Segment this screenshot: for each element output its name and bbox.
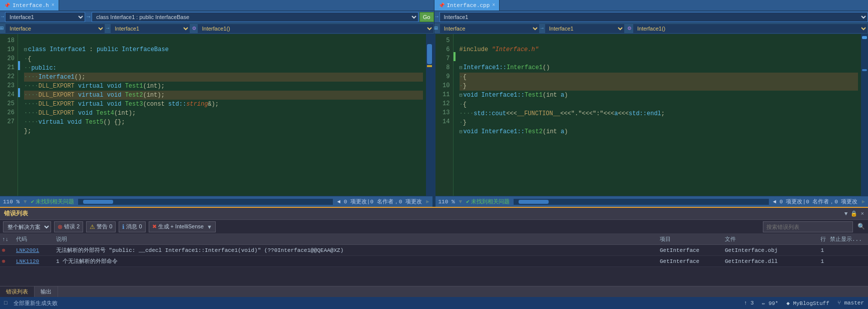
code-line-20: ··public: xyxy=(24,65,57,72)
col-file-header[interactable]: 文件 xyxy=(723,235,803,243)
row1-code[interactable]: LNK2001 xyxy=(14,247,54,253)
table-row[interactable]: ⊗ LNK1120 1 个无法解析的外部命令 GetInterface GetI… xyxy=(0,256,868,267)
method-select-left[interactable]: Interface1() xyxy=(197,24,433,34)
left-code-area[interactable]: 18 19 20 21 22 23 24 25 26 27 ⊟class Int… xyxy=(0,34,433,196)
col-sort-icon[interactable]: ↑↓ xyxy=(0,236,14,242)
right-scrollbar-h-thumb[interactable] xyxy=(519,200,549,204)
error-panel-controls: ▼ 🔒 × xyxy=(844,210,864,217)
class-nav-select-right[interactable]: Interface1 xyxy=(545,24,625,34)
left-scroll-right[interactable]: ► xyxy=(426,199,429,205)
scope-icon-left: ⊞ xyxy=(0,25,4,32)
scope-select-left[interactable]: Interface xyxy=(5,24,105,34)
error-count-btn[interactable]: ⊗ 错误 2 xyxy=(54,221,83,232)
col-code-header[interactable]: 代码 xyxy=(14,235,54,243)
error-icon-2: ⊗ xyxy=(2,258,6,264)
tab-name-right: Interface.cpp xyxy=(447,3,490,9)
panel-close-btn[interactable]: × xyxy=(860,211,864,217)
arrow-icon-left: → xyxy=(1,14,4,20)
left-scrollbar-v[interactable] xyxy=(426,34,433,196)
left-gutter xyxy=(18,34,21,196)
code-line-24: ····DLL_EXPORT virtual void Test3(const … xyxy=(24,101,219,108)
nav-bar: ⊞ Interface → Interface1 ⚙ Interface1() … xyxy=(0,23,868,34)
editors: 18 19 20 21 22 23 24 25 26 27 ⊟class Int… xyxy=(0,34,868,207)
panel-dock-btn[interactable]: 🔒 xyxy=(850,210,857,217)
table-row[interactable]: ⊗ LNK2001 无法解析的外部符号 "public: __cdecl Int… xyxy=(0,245,868,256)
rcode-line-14: ⊟void Interface1::Test2(int a) xyxy=(460,128,568,135)
left-zoom: 110 % xyxy=(3,199,20,205)
tab-name-left: Interface.h xyxy=(13,3,49,9)
left-scrollbar-h[interactable] xyxy=(78,199,333,205)
tab-pin-icon: 📌 xyxy=(4,3,10,9)
toolbar-left: → Interface1 → class Interface1 : public… xyxy=(0,11,435,23)
status-branch[interactable]: ⑂ master xyxy=(837,300,864,306)
right-scrollbar-h[interactable] xyxy=(514,199,769,205)
tab-interface-h[interactable]: 📌 Interface.h × xyxy=(0,0,59,11)
method-select-right[interactable]: Interface1() xyxy=(633,24,868,34)
toolbar: → Interface1 → class Interface1 : public… xyxy=(0,11,868,23)
error-search-input[interactable] xyxy=(763,221,853,232)
class-select-left[interactable]: Interface1 xyxy=(5,12,85,22)
left-changes: ◄ 0 项更改|0 名作者，0 项更改 xyxy=(337,198,421,205)
build-fail-checkbox[interactable]: □ xyxy=(4,300,8,306)
class-nav-select-left[interactable]: Interface1 xyxy=(110,24,190,34)
go-button-left[interactable]: Go xyxy=(419,12,434,22)
breadcrumb-select-left[interactable]: class Interface1 : public InterfaceBase xyxy=(92,12,418,22)
status-diamond: ◆ MyBlogStuff xyxy=(786,300,829,306)
message-count-btn[interactable]: ℹ 消息 0 xyxy=(119,221,145,232)
code-line-18: ⊟class Interface1 : public InterfaceBase xyxy=(24,46,169,53)
error-toolbar: 整个解决方案 ⊗ 错误 2 ⚠ 警告 0 ℹ 消息 0 ✖ 生成 + Intel… xyxy=(0,220,868,234)
left-zoom-dropdown[interactable]: ▼ xyxy=(24,199,27,205)
error-link-1[interactable]: LNK2001 xyxy=(16,247,39,253)
right-zoom-dropdown[interactable]: ▼ xyxy=(459,199,463,205)
search-icon[interactable]: 🔍 xyxy=(857,223,865,230)
col-project-header[interactable]: 项目 xyxy=(658,235,723,243)
right-scroll-right[interactable]: ► xyxy=(861,199,865,205)
left-code-content[interactable]: ⊟class Interface1 : public InterfaceBase… xyxy=(21,34,426,196)
right-code-content[interactable]: #include "Interface.h" ⊟Interface1::Inte… xyxy=(457,34,861,196)
bottom-tabs: 错误列表 输出 xyxy=(0,286,868,297)
build-dropdown-arrow[interactable]: ▼ xyxy=(207,224,212,230)
error-table-header: ↑↓ 代码 说明 项目 文件 行 禁止显示... xyxy=(0,234,868,245)
right-scrollbar-v[interactable] xyxy=(861,34,868,196)
scope-select-right[interactable]: Interface xyxy=(440,24,540,34)
code-line-22: ····DLL_EXPORT virtual void Test1(int); xyxy=(24,83,165,90)
panel-pin-btn[interactable]: ▼ xyxy=(844,211,848,217)
rcode-line-9: ·} xyxy=(460,82,858,91)
row2-line: 1 xyxy=(803,258,828,264)
nav-bar-left: ⊞ Interface → Interface1 ⚙ Interface1() xyxy=(0,23,435,34)
tab-bar-left: 📌 Interface.h × xyxy=(0,0,435,11)
rcode-line-5: #include "Interface.h" xyxy=(460,46,539,53)
left-scrollbar-h-thumb[interactable] xyxy=(83,200,113,204)
row2-file: GetInterface.dll xyxy=(723,258,803,264)
error-scope-select[interactable]: 整个解决方案 xyxy=(3,221,51,232)
error-panel-header: 错误列表 ▼ 🔒 × xyxy=(0,208,868,220)
status-pencil: ✏ 99* xyxy=(762,300,778,306)
right-code-area[interactable]: 5 6 7 8 9 10 11 12 13 14 #include "Inter… xyxy=(436,34,869,196)
error-panel-title: 错误列表 xyxy=(4,209,28,218)
warning-count-btn[interactable]: ⚠ 警告 0 xyxy=(86,221,116,232)
col-line-header[interactable]: 行 xyxy=(803,235,828,243)
col-suppress-header[interactable]: 禁止显示... xyxy=(828,235,868,243)
right-zoom: 110 % xyxy=(439,199,455,205)
code-line-25: ····DLL_EXPORT void Test4(int); xyxy=(24,110,136,117)
error-link-2[interactable]: LNK1120 xyxy=(16,258,39,264)
message-icon: ℹ xyxy=(122,223,125,230)
left-ok: ✔ 未找到相关问题 xyxy=(31,198,75,205)
left-status-left: 110 % ▼ ✔ 未找到相关问题 ◄ 0 项更改|0 名作者，0 项更改 ► xyxy=(0,196,433,207)
build-intellisense-btn[interactable]: ✖ 生成 + IntelliSense ▼ xyxy=(149,221,216,232)
tab-close-left[interactable]: × xyxy=(52,3,55,8)
code-line-19: ·{ xyxy=(24,56,31,63)
col-desc-header[interactable]: 说明 xyxy=(54,235,658,243)
right-scrollbar-top-marker xyxy=(862,36,867,39)
bottom-tab-errors[interactable]: 错误列表 xyxy=(0,286,35,297)
left-line-numbers: 18 19 20 21 22 23 24 25 26 27 xyxy=(0,34,18,196)
right-scrollbar-thumb[interactable] xyxy=(862,69,867,71)
tab-close-right[interactable]: × xyxy=(492,3,495,8)
tab-interface-cpp[interactable]: 📌 Interface.cpp × xyxy=(435,0,500,11)
bottom-tab-output[interactable]: 输出 xyxy=(35,286,58,297)
class-select-right[interactable]: Interface1 xyxy=(440,12,868,22)
row2-code[interactable]: LNK1120 xyxy=(14,258,54,264)
left-scrollbar-thumb[interactable] xyxy=(427,44,432,64)
method-icon-right: ⚙ xyxy=(628,25,631,32)
nav-arrow1-right: → xyxy=(541,26,544,31)
